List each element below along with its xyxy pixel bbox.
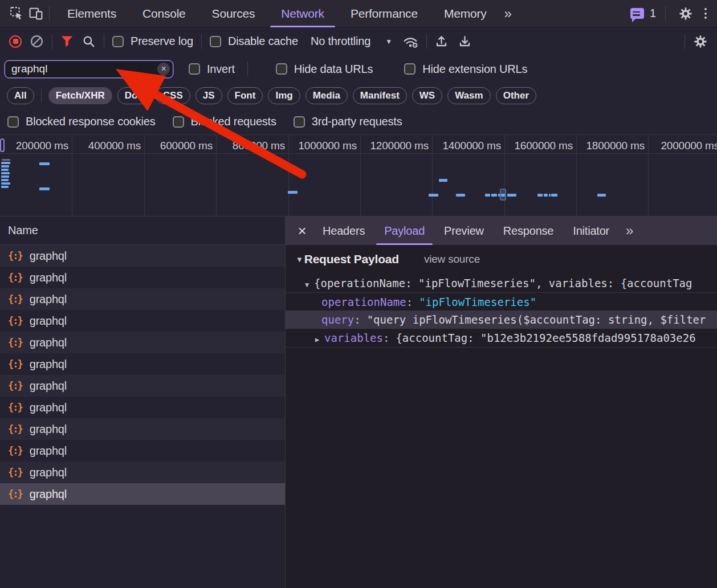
timeline-tick: 2000000 ms bbox=[661, 140, 717, 152]
issues-icon[interactable] bbox=[630, 8, 644, 19]
fetch-xhr-icon: {:} bbox=[8, 315, 22, 326]
network-settings-gear-icon[interactable] bbox=[693, 34, 708, 49]
request-details-pane: × Headers Payload Preview Response Initi… bbox=[286, 217, 717, 588]
waterfall-bar bbox=[39, 187, 50, 190]
device-toolbar-icon[interactable] bbox=[26, 4, 46, 23]
tab-initiator[interactable]: Initiator bbox=[563, 217, 619, 245]
type-chip-ws[interactable]: WS bbox=[412, 87, 442, 104]
type-chip-all[interactable]: All bbox=[7, 87, 34, 104]
expand-icon[interactable]: ▼ bbox=[305, 276, 314, 292]
type-chip-js[interactable]: JS bbox=[195, 87, 222, 104]
tab-console[interactable]: Console bbox=[129, 0, 199, 27]
clear-network-log-icon[interactable] bbox=[30, 34, 44, 48]
waterfall-bar bbox=[1, 162, 10, 164]
tab-performance[interactable]: Performance bbox=[337, 0, 431, 27]
request-row[interactable]: {:}graphql bbox=[0, 353, 285, 375]
third-party-requests-checkbox[interactable] bbox=[294, 116, 305, 128]
request-row[interactable]: {:}graphql bbox=[0, 418, 285, 440]
collapse-icon[interactable]: ▶ bbox=[315, 330, 324, 347]
fetch-xhr-icon: {:} bbox=[8, 467, 22, 478]
tab-response[interactable]: Response bbox=[494, 217, 563, 245]
disable-cache-label: Disable cache bbox=[228, 35, 298, 48]
type-chip-fetch-xhr[interactable]: Fetch/XHR bbox=[48, 87, 112, 104]
request-row[interactable]: {:}graphql bbox=[0, 310, 285, 332]
hide-extension-urls-checkbox[interactable] bbox=[404, 63, 415, 75]
network-overview-timeline[interactable]: 200000 ms 400000 ms 600000 ms 800000 ms … bbox=[0, 134, 717, 217]
expand-icon: ▼ bbox=[296, 255, 303, 264]
divider bbox=[426, 34, 427, 49]
waterfall-bar bbox=[507, 194, 516, 197]
export-har-icon[interactable] bbox=[458, 35, 471, 48]
more-details-tabs-icon[interactable]: » bbox=[619, 223, 640, 239]
tab-memory[interactable]: Memory bbox=[431, 0, 500, 27]
more-tabs-icon[interactable]: » bbox=[500, 6, 516, 22]
divider bbox=[41, 89, 42, 103]
filter-input[interactable] bbox=[5, 60, 173, 78]
preserve-log-checkbox[interactable] bbox=[112, 36, 124, 47]
invert-checkbox[interactable] bbox=[189, 63, 200, 75]
filter-funnel-icon[interactable] bbox=[60, 35, 74, 47]
import-har-icon[interactable] bbox=[435, 35, 448, 48]
payload-query-row[interactable]: query:"query ipFlowTimeseries($accountTa… bbox=[286, 311, 717, 329]
request-payload-section[interactable]: ▼ Request Payload view source bbox=[296, 252, 717, 266]
hide-data-urls-checkbox[interactable] bbox=[276, 63, 287, 75]
request-name: graphql bbox=[30, 379, 67, 393]
disable-cache-checkbox[interactable] bbox=[210, 36, 221, 47]
payload-key: query bbox=[321, 313, 354, 326]
payload-key: operationName bbox=[321, 296, 406, 308]
type-chip-manifest[interactable]: Manifest bbox=[353, 87, 407, 104]
settings-gear-icon[interactable] bbox=[676, 4, 695, 23]
request-row[interactable]: {:}graphql bbox=[0, 462, 285, 483]
inspect-element-icon[interactable] bbox=[7, 4, 26, 23]
request-row[interactable]: {:}graphql bbox=[0, 440, 285, 462]
tab-preview[interactable]: Preview bbox=[434, 217, 494, 245]
tab-network[interactable]: Network bbox=[268, 0, 337, 27]
clear-filter-icon[interactable]: × bbox=[157, 63, 170, 75]
payload-variables-row[interactable]: ▶variables:{accountTag: "b12e3b2192ee558… bbox=[286, 329, 717, 347]
blocked-requests-checkbox[interactable] bbox=[173, 116, 184, 128]
view-source-link[interactable]: view source bbox=[424, 253, 480, 266]
request-name: graphql bbox=[30, 488, 67, 501]
type-chip-other[interactable]: Other bbox=[496, 87, 536, 104]
waterfall-bar bbox=[1, 186, 9, 188]
type-chip-doc[interactable]: Doc bbox=[117, 87, 150, 104]
request-row[interactable]: {:}graphql bbox=[0, 375, 285, 397]
tab-headers[interactable]: Headers bbox=[313, 217, 374, 245]
close-details-icon[interactable]: × bbox=[291, 217, 313, 245]
tab-sources[interactable]: Sources bbox=[199, 0, 268, 27]
timeline-tick: 1200000 ms bbox=[370, 140, 429, 152]
tab-payload[interactable]: Payload bbox=[374, 217, 434, 245]
invert-label: Invert bbox=[207, 63, 235, 76]
timeline-scroll-handle[interactable] bbox=[0, 138, 5, 152]
type-chip-css[interactable]: CSS bbox=[156, 87, 190, 104]
type-chip-font[interactable]: Font bbox=[227, 87, 263, 104]
record-network-log-icon[interactable] bbox=[9, 35, 22, 48]
blocked-response-cookies-checkbox[interactable] bbox=[7, 116, 19, 128]
network-conditions-icon[interactable] bbox=[402, 35, 418, 48]
request-row-selected[interactable]: {:}graphql bbox=[0, 483, 285, 505]
request-name: graphql bbox=[30, 315, 67, 328]
throttling-dropdown[interactable]: No throttling ▼ bbox=[311, 35, 392, 48]
divider bbox=[52, 34, 52, 49]
type-chip-img[interactable]: Img bbox=[268, 87, 300, 104]
payload-summary-row[interactable]: ▼{operationName: "ipFlowTimeseries", var… bbox=[286, 274, 717, 292]
request-row[interactable]: {:}graphql bbox=[0, 397, 285, 418]
request-row[interactable]: {:}graphql bbox=[0, 332, 285, 353]
waterfall-bar bbox=[1, 179, 9, 181]
request-row[interactable]: {:}graphql bbox=[0, 245, 285, 267]
search-icon[interactable] bbox=[82, 34, 96, 48]
type-chip-media[interactable]: Media bbox=[305, 87, 348, 104]
request-row[interactable]: {:}graphql bbox=[0, 267, 285, 288]
payload-value: {accountTag: "b12e3b2192ee5588fdad995178… bbox=[396, 332, 695, 344]
divider bbox=[286, 347, 717, 348]
kebab-menu-icon[interactable] bbox=[701, 8, 710, 19]
payload-operation-row[interactable]: operationName:"ipFlowTimeseries" bbox=[286, 292, 717, 311]
tab-elements[interactable]: Elements bbox=[54, 0, 129, 27]
fetch-xhr-icon: {:} bbox=[8, 488, 22, 500]
fetch-xhr-icon: {:} bbox=[8, 272, 22, 283]
request-row[interactable]: {:}graphql bbox=[0, 288, 285, 310]
type-chip-wasm[interactable]: Wasm bbox=[447, 87, 490, 104]
waterfall-bar bbox=[1, 175, 9, 178]
waterfall-bar bbox=[491, 194, 497, 197]
name-column-header[interactable]: Name bbox=[0, 217, 285, 245]
